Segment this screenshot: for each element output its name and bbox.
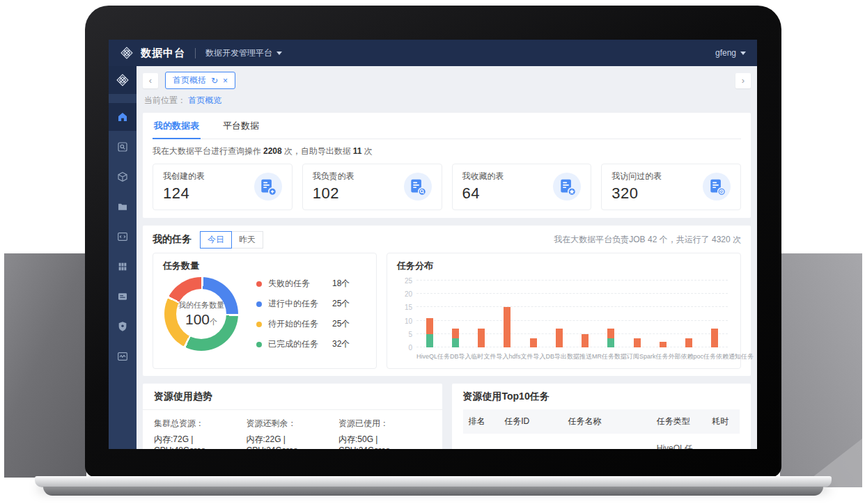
document-search-icon: [404, 173, 432, 200]
toggle-today-button[interactable]: 今日: [200, 231, 232, 249]
bar-category-label: 外部依赖: [669, 352, 694, 361]
tabs-scroll-left-button[interactable]: ‹: [143, 73, 158, 88]
laptop-mockup-stage: 数据中台 数据开发管理平台 gfeng ‹: [0, 0, 865, 504]
code-icon: [117, 231, 128, 242]
top10-cell: dwd_fact_order_info4: [563, 434, 651, 449]
bar-category-label: HiveQL任务: [416, 352, 450, 361]
sidebar-item-shield[interactable]: [109, 313, 137, 340]
tab-my-data-tables[interactable]: 我的数据表: [153, 113, 201, 139]
donut-center-value: 100个: [185, 311, 217, 328]
monitor-icon: [117, 351, 128, 362]
breadcrumb-label: 当前位置：: [144, 95, 186, 105]
breadcrumb-current-link[interactable]: 首页概览: [188, 95, 221, 105]
bar-3: [494, 307, 520, 347]
summary-query-count: 2208: [263, 146, 282, 156]
stat-card-0[interactable]: 我创建的表124: [153, 164, 293, 210]
bar-9: [650, 342, 676, 347]
card-icon: [117, 291, 128, 302]
sidebar-item-card[interactable]: [109, 283, 137, 310]
bar-category-label: 数据推送: [567, 352, 592, 361]
page-tab-home-overview[interactable]: 首页概括 ↻ ×: [165, 72, 235, 89]
stat-card-text: 我创建的表124: [163, 171, 205, 203]
app-switcher-menu[interactable]: 数据开发管理平台: [205, 47, 282, 59]
bar-1: [442, 329, 468, 347]
legend-dot: [256, 301, 262, 307]
sidebar: [109, 66, 137, 449]
bar-category-label: hdfs文件导入: [509, 352, 546, 361]
stat-card-3[interactable]: 我访问过的表320: [601, 164, 741, 210]
top10-cell: dim_count: [499, 434, 562, 449]
tasks-title: 我的任务: [153, 233, 192, 246]
resource-trend-header: 资源使用趋势: [143, 391, 442, 410]
search-icon: [117, 141, 128, 152]
sidebar-item-folder[interactable]: [109, 193, 137, 221]
stat-card-value: 124: [163, 184, 205, 203]
donut-total: 100: [185, 311, 210, 327]
app-header: 数据中台 数据开发管理平台 gfeng: [109, 40, 757, 66]
stat-card-label: 我访问过的表: [611, 171, 662, 182]
user-menu[interactable]: gfeng: [715, 48, 746, 58]
backdrop-right: [780, 253, 862, 487]
sidebar-logo-icon: [109, 66, 137, 94]
usage-summary-line: 我在大数据平台进行查询操作2208次，自助导出数据11次: [153, 145, 741, 157]
bar-category-label: DB导出: [546, 352, 568, 361]
stat-value: 内存:50G | CPU:24Cores: [338, 434, 431, 449]
app-switcher-label: 数据开发管理平台: [205, 47, 272, 59]
sidebar-item-table[interactable]: [109, 253, 137, 281]
brand-logo-icon: [120, 46, 134, 60]
bar-category-label: 临时文件导入: [472, 352, 509, 361]
bar-11: [702, 329, 728, 347]
tasks-note: 我在大数据平台负责JOB 42 个，共运行了 4320 次: [554, 234, 741, 246]
stat-card-label: 我负责的表: [313, 171, 354, 182]
summary-export-count: 11: [353, 146, 362, 156]
chevron-down-icon: [740, 52, 746, 55]
stat-card-2[interactable]: 我收藏的表64: [452, 164, 592, 210]
top10-table-row: 1dim_countdwd_fact_order_info4HiveQL任务39…: [463, 434, 740, 449]
top10-header-row: 排名任务ID任务名称任务类型耗时: [463, 409, 740, 434]
legend-value: 25个: [332, 298, 350, 310]
refresh-icon[interactable]: ↻: [211, 77, 218, 85]
resource-trend-title: 资源使用趋势: [154, 391, 212, 402]
sidebar-item-code[interactable]: [109, 223, 137, 251]
tabs-scroll-right-button[interactable]: ›: [735, 73, 751, 88]
day-toggle: 今日 昨天: [200, 231, 263, 249]
home-icon: [117, 111, 128, 123]
legend-dot: [256, 281, 262, 287]
breadcrumb: 当前位置： 首页概览: [144, 95, 749, 107]
stat-card-text: 我收藏的表64: [462, 171, 504, 203]
brand-name: 数据中台: [141, 47, 185, 60]
legend-dot: [256, 322, 262, 327]
close-icon[interactable]: ×: [223, 77, 228, 85]
tab-platform-data[interactable]: 平台数据: [221, 113, 260, 139]
cluster-total-stat: 集群总资源： 内存:72G | CPU:48Cores: [154, 418, 247, 449]
app-screen: 数据中台 数据开发管理平台 gfeng ‹: [109, 40, 757, 449]
sidebar-item-monitor[interactable]: [109, 342, 137, 370]
summary-text: 次，自助导出数据: [284, 146, 351, 156]
resource-trend-stats: 集群总资源： 内存:72G | CPU:48Cores 资源还剩余： 内存:22…: [154, 418, 431, 449]
legend-value: 25个: [332, 318, 350, 330]
toggle-yesterday-button[interactable]: 昨天: [231, 231, 263, 249]
stat-card-label: 我收藏的表: [462, 171, 504, 182]
bar-chart-bars: [416, 281, 728, 347]
app-body: ‹ 首页概括 ↻ × › 当前位置： 首页概览 我的数据表: [109, 66, 757, 449]
document-star-icon: [553, 173, 581, 200]
stat-card-1[interactable]: 我负责的表102: [302, 164, 442, 210]
page-tab-strip: ‹ 首页概括 ↻ × ›: [143, 72, 751, 89]
document-plus-icon: [254, 173, 282, 200]
bar-7: [598, 329, 624, 347]
top10-table: 排名任务ID任务名称任务类型耗时 1dim_countdwd_fact_orde…: [463, 409, 740, 449]
stat-value: 内存:72G | CPU:48Cores: [154, 434, 247, 449]
top10-column-header: 任务名称: [563, 409, 651, 434]
bar-category-label: 数据订阅: [614, 352, 639, 361]
main-area: ‹ 首页概括 ↻ × › 当前位置： 首页概览 我的数据表: [137, 66, 757, 449]
sidebar-item-search[interactable]: [109, 133, 137, 161]
top10-column-header: 耗时: [706, 409, 740, 434]
stat-label: 集群总资源：: [154, 418, 247, 430]
bottom-row: 资源使用趋势 集群总资源： 内存:72G | CPU:48Cores 资源还剩余…: [143, 384, 751, 449]
sidebar-item-model[interactable]: [109, 163, 137, 191]
top10-cell: 395S: [706, 434, 740, 449]
sidebar-item-home[interactable]: [109, 103, 137, 131]
bar-category-label: Spark任务: [639, 352, 669, 361]
task-distribution-title: 任务分布: [397, 260, 731, 272]
my-tables-panel: 我的数据表 平台数据 我在大数据平台进行查询操作2208次，自助导出数据11次 …: [143, 113, 751, 218]
